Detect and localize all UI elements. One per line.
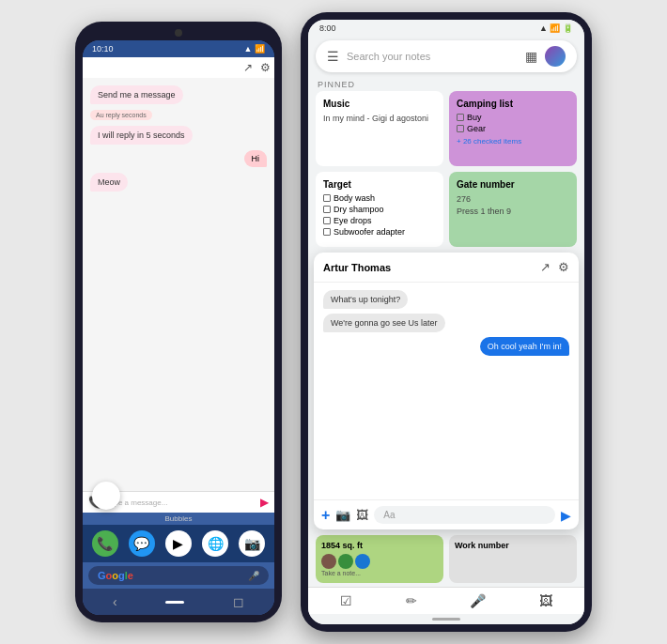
keep-bottom-bar: ☑ ✏ 🎤 🖼 <box>308 587 584 614</box>
bottom-note-1[interactable]: 1854 sq. ft Take a note... <box>316 535 443 583</box>
camping-extra: + 26 checked items <box>457 137 569 146</box>
camping-item-1: Buy <box>457 113 569 122</box>
camping-item-1-text: Buy <box>467 113 482 122</box>
message-bubble-2: I will reply in 5 seconds <box>90 126 193 145</box>
target-item-1: Body wash <box>323 193 436 203</box>
grid-view-icon[interactable]: ▦ <box>525 49 537 64</box>
right-nav <box>308 614 584 624</box>
dock-chrome-icon[interactable]: 🌐 <box>202 530 228 557</box>
user-avatar[interactable] <box>545 46 566 67</box>
note-music-title: Music <box>323 99 436 109</box>
chat-settings-icon[interactable]: ⚙ <box>558 260 569 274</box>
chat-add-icon[interactable]: + <box>321 507 330 524</box>
chat-msg-2: We're gonna go see Us later <box>323 314 445 332</box>
dock-messages-icon[interactable]: 💬 <box>129 530 155 557</box>
bubbles-label: Bubbles <box>83 513 274 525</box>
chat-camera-icon[interactable]: 📷 <box>335 508 350 522</box>
target-cb-2 <box>323 206 331 213</box>
nav-bar: ‹ ◻ <box>83 589 274 615</box>
camping-item-2: Gear <box>457 124 569 133</box>
mic-bottom-icon[interactable]: 🎤 <box>470 593 486 608</box>
hamburger-icon[interactable]: ☰ <box>327 49 339 64</box>
bottom-note-2-title: Work number <box>455 541 571 550</box>
note-gate-title: Gate number <box>457 179 569 190</box>
note-camping-title: Camping list <box>457 99 569 109</box>
chat-msg-1: What's up tonight? <box>323 290 408 309</box>
target-cb-3 <box>323 217 331 224</box>
left-chat-area: Send me a message Au reply seconds I wil… <box>83 78 274 491</box>
keep-search-input[interactable]: Search your notes <box>347 51 518 62</box>
right-screen: 8:00 ▲ 📶 🔋 ☰ Search your notes ▦ PINNED … <box>308 20 584 624</box>
right-home-bar <box>432 618 460 621</box>
target-cb-1 <box>323 194 331 202</box>
bottom-strip: 1854 sq. ft Take a note... Work number <box>308 535 584 587</box>
note-gate-body: 276 Press 1 then 9 <box>457 193 569 217</box>
note-gate[interactable]: Gate number 276 Press 1 then 9 <box>449 172 577 247</box>
note-camping[interactable]: Camping list Buy Gear + 26 checked items <box>449 91 577 166</box>
camping-item-2-text: Gear <box>467 124 486 133</box>
right-status-bar: 8:00 ▲ 📶 🔋 <box>308 20 584 37</box>
left-phone: 10:10 ▲ 📶 ↗ ⚙ Send me a message Au reply… <box>75 22 282 622</box>
chat-overlay: Artur Thomas ↗ ⚙ What's up tonight? We'r… <box>314 253 579 529</box>
message-bubble-meow: Meow <box>90 173 128 192</box>
chat-external-link-icon[interactable]: ↗ <box>243 61 253 74</box>
chat-text-input[interactable]: Aa <box>374 506 555 524</box>
chat-msg-3: Oh cool yeah I'm in! <box>480 337 569 356</box>
chat-input-bar: + 📷 🖼 Aa ▶ <box>314 499 579 529</box>
right-status-icons: ▲ 📶 🔋 <box>539 23 573 33</box>
back-button[interactable]: ‹ <box>113 594 117 609</box>
chat-settings-icon[interactable]: ⚙ <box>260 61 271 74</box>
pinned-label: PINNED <box>308 76 584 91</box>
notes-grid: Music In my mind - Gigi d agostoni Campi… <box>308 91 584 253</box>
front-camera <box>175 29 182 37</box>
home-button[interactable] <box>165 601 184 604</box>
bubble-float[interactable] <box>92 482 120 510</box>
chat-toolbar: ↗ ⚙ <box>83 57 274 78</box>
note-target-title: Target <box>323 179 436 190</box>
message-input[interactable]: Type a message... <box>106 498 256 507</box>
google-mic-icon[interactable]: 🎤 <box>248 571 259 581</box>
google-logo: Google <box>98 570 133 581</box>
chat-send-icon[interactable]: ▶ <box>561 508 571 523</box>
status-icons: ▲ 📶 <box>244 44 265 54</box>
dock-phone-icon[interactable]: 📞 <box>92 530 118 557</box>
status-time: 10:10 <box>92 44 114 54</box>
google-search-bar[interactable]: Google 🎤 <box>88 566 269 585</box>
dock-camera-icon[interactable]: 📷 <box>239 530 265 557</box>
dock-play-icon[interactable]: ▶ <box>165 530 192 557</box>
take-note-label[interactable]: Take a note... <box>321 570 361 576</box>
target-item-3: Eye drops <box>323 216 436 225</box>
chat-image-icon[interactable]: 🖼 <box>356 508 368 522</box>
chat-external-icon[interactable]: ↗ <box>540 260 551 274</box>
send-icon[interactable]: ▶ <box>260 496 269 509</box>
pencil-icon[interactable]: ✏ <box>406 593 417 608</box>
note-target[interactable]: Target Body wash Dry shampoo Eye drops S… <box>316 172 443 247</box>
check-icon[interactable]: ☑ <box>340 593 352 608</box>
checkbox-2 <box>457 125 464 132</box>
right-status-time: 8:00 <box>319 23 336 33</box>
chat-contact-name: Artur Thomas <box>323 262 391 273</box>
auto-reply-label: Au reply seconds <box>90 110 152 120</box>
target-cb-4 <box>323 228 331 236</box>
home-dock: 📞 💬 ▶ 🌐 📷 <box>83 525 274 562</box>
left-screen: 10:10 ▲ 📶 ↗ ⚙ Send me a message Au reply… <box>83 40 274 615</box>
notch <box>83 29 274 37</box>
checkbox-1 <box>457 114 464 121</box>
right-phone: 8:00 ▲ 📶 🔋 ☰ Search your notes ▦ PINNED … <box>301 12 592 632</box>
avatar-2 <box>338 554 353 569</box>
message-bubble-1: Send me a message <box>90 85 183 104</box>
chat-header-icons: ↗ ⚙ <box>540 260 569 274</box>
note-music-body: In my mind - Gigi d agostoni <box>323 113 436 125</box>
note-music[interactable]: Music In my mind - Gigi d agostoni <box>316 91 443 166</box>
message-bubble-hi: Hi <box>244 150 268 167</box>
bottom-note-1-title: 1854 sq. ft <box>321 541 438 550</box>
chat-header: Artur Thomas ↗ ⚙ <box>314 253 579 283</box>
image-bottom-icon[interactable]: 🖼 <box>539 593 552 608</box>
left-status-bar: 10:10 ▲ 📶 <box>83 40 274 57</box>
bottom-note-2[interactable]: Work number <box>449 535 577 583</box>
recents-button[interactable]: ◻ <box>233 594 244 609</box>
target-item-4: Subwoofer adapter <box>323 227 436 237</box>
keep-search-bar[interactable]: ☰ Search your notes ▦ <box>316 40 577 72</box>
avatar-1 <box>321 554 336 569</box>
chat-messages: What's up tonight? We're gonna go see Us… <box>314 283 579 499</box>
